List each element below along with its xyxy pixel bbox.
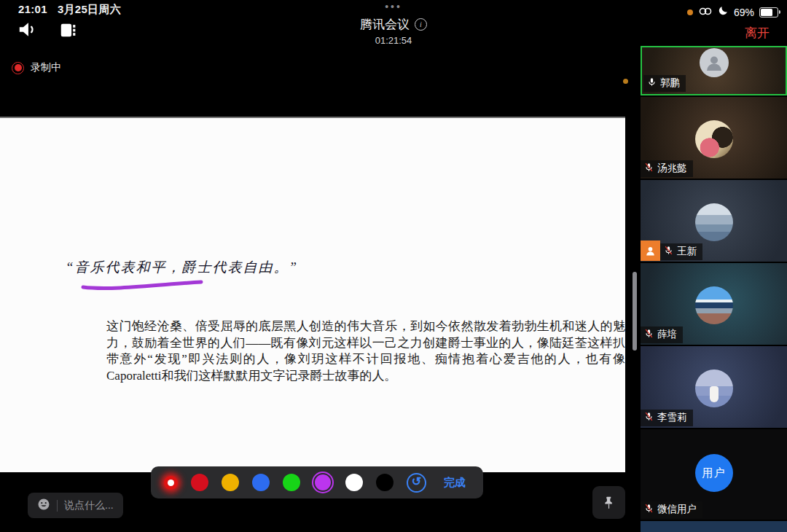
avatar-lake-landscape [695,286,733,324]
recording-dot-icon [12,62,24,74]
active-pen-tool-indicator[interactable] [164,476,178,490]
sidebar-scrollbar[interactable] [633,272,637,351]
color-swatch-green[interactable] [283,474,300,491]
participant-name: 王新 [677,245,697,258]
chat-placeholder: 说点什么... [64,499,114,512]
participant-tile-tangzhaoyi[interactable]: 汤兆懿 [641,97,787,179]
color-swatch-blue[interactable] [252,474,270,491]
color-swatch-yellow[interactable] [222,474,239,491]
meeting-title: 腾讯会议 [360,16,410,33]
avatar-silhouette [700,48,729,77]
participant-tile-lixueli[interactable]: 李雪莉 [641,346,787,428]
participant-name: 郭鹏 [660,77,680,90]
color-swatch-red[interactable] [191,474,208,491]
chat-input[interactable]: 说点什么... [28,493,123,518]
participant-tile-partial[interactable] [641,521,787,532]
mic-muted-icon [644,329,654,340]
participants-sidebar: 郭鹏 汤兆懿 王新 [641,0,787,532]
color-swatch-purple-selected[interactable] [313,473,332,492]
color-swatch-white[interactable] [345,474,363,491]
participant-name-tag: 郭鹏 [643,75,686,92]
participant-tile-xuepei[interactable]: 薛培 [641,263,787,345]
participant-tile-wangxin[interactable]: 王新 [641,180,787,262]
participant-name: 汤兆懿 [657,162,687,175]
meeting-info-icon[interactable]: i [415,18,427,31]
avatar-cartoon [695,120,733,158]
color-swatch-black[interactable] [376,474,394,491]
participant-name-tag: 王新 [660,243,702,260]
mic-muted-icon [644,163,654,174]
annotation-done-button[interactable]: 完成 [439,475,470,490]
participant-name-tag: 汤兆懿 [641,160,693,177]
mic-muted-icon [644,504,654,515]
participant-name: 微信用户 [657,503,697,516]
pin-annotation-button[interactable] [592,486,625,519]
avatar-text-circle: 用户 [695,454,733,492]
participant-name-tag: 微信用户 [641,501,702,518]
shared-screen-document[interactable]: “音乐代表和平，爵士代表自由。” 这门饱经沧桑、倍受屈辱的底层黑人创造的伟大音乐… [0,117,625,472]
participant-tile-guopeng[interactable]: 郭鹏 [641,46,787,95]
meeting-window: 21:013月25日周六 ••• 69% 腾讯会议 i 01:21:54 离开 … [0,0,787,532]
participant-name-tag: 薛培 [641,326,683,343]
participant-name: 李雪莉 [657,411,687,424]
document-quote: “音乐代表和平，爵士代表自由。” [66,258,298,277]
participant-name-tag: 李雪莉 [641,410,693,426]
participant-name: 薛培 [657,328,677,341]
chat-divider [57,500,58,512]
avatar-misty-mountains [695,203,733,241]
host-badge-icon [641,240,660,261]
participant-tile-wechat-user[interactable]: 用户 微信用户 [641,429,787,520]
emoji-icon[interactable] [37,498,50,514]
avatar-girl-by-sea [695,369,733,407]
undo-icon[interactable]: ↺ [407,473,426,493]
annotation-toolbar: ↺ 完成 [151,466,483,498]
document-paragraph: 这门饱经沧桑、倍受屈辱的底层黑人创造的伟大音乐，到如今依然散发着勃勃生机和迷人的… [106,318,625,384]
recording-indicator: 录制中 [12,61,61,74]
mic-muted-icon [664,246,673,257]
notification-dot [623,79,628,84]
recording-label: 录制中 [31,61,61,74]
mic-on-icon [647,77,657,89]
purple-annotation-underline [79,278,207,293]
mic-muted-icon [644,412,654,423]
